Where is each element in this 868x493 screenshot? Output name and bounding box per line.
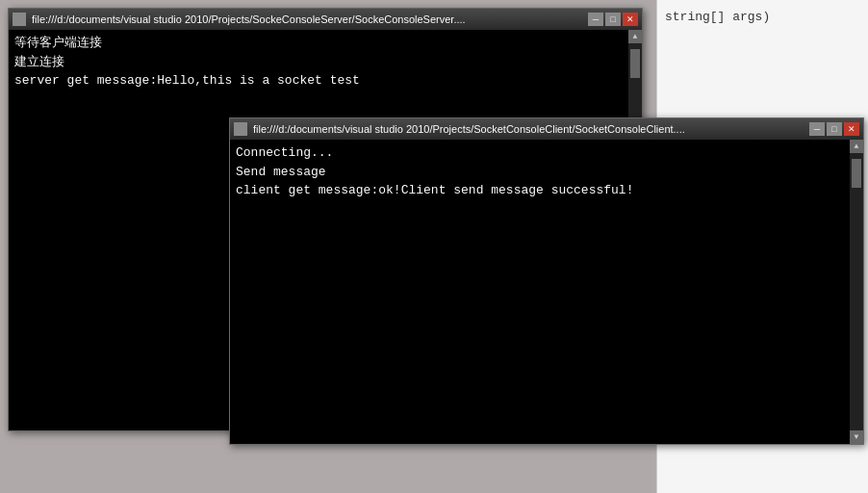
client-minimize-button[interactable]: ─ [809, 122, 825, 136]
client-console-window: file:///d:/documents/visual studio 2010/… [229, 117, 864, 445]
server-close-button[interactable]: ✕ [623, 13, 638, 26]
server-window-controls[interactable]: ─ □ ✕ [588, 13, 638, 26]
client-line-1: Connecting... [236, 143, 842, 163]
server-titlebar[interactable]: file:///d:/documents/visual studio 2010/… [9, 9, 642, 30]
server-console-text: 等待客户端连接 建立连接 server get message:Hello,th… [14, 34, 636, 91]
server-window-icon [13, 13, 26, 26]
server-line-2: 建立连接 [14, 53, 621, 72]
client-console-text: Connecting... Send message client get me… [236, 143, 857, 200]
client-scroll-thumb[interactable] [852, 159, 861, 188]
client-line-2: Send message [236, 163, 842, 182]
server-line-3: server get message:Hello,this is a socke… [14, 71, 621, 91]
server-line-1: 等待客户端连接 [14, 34, 621, 53]
client-maximize-button[interactable]: □ [827, 122, 842, 136]
code-text: string[] args) [665, 10, 770, 24]
client-title-text: file:///d:/documents/visual studio 2010/… [253, 123, 807, 135]
server-minimize-button[interactable]: ─ [588, 13, 603, 26]
client-line-3: client get message:ok!Client send messag… [236, 181, 842, 200]
client-scroll-down[interactable]: ▼ [850, 430, 863, 444]
client-scrollbar[interactable]: ▲ ▼ [850, 140, 863, 444]
server-scroll-up[interactable]: ▲ [628, 30, 642, 43]
server-title-text: file:///d:/documents/visual studio 2010/… [32, 13, 586, 25]
client-console-body: Connecting... Send message client get me… [230, 140, 863, 444]
server-maximize-button[interactable]: □ [605, 13, 621, 26]
client-scroll-track[interactable] [850, 153, 863, 430]
client-titlebar[interactable]: file:///d:/documents/visual studio 2010/… [230, 118, 863, 140]
server-scroll-thumb[interactable] [630, 49, 640, 78]
client-close-button[interactable]: ✕ [844, 122, 859, 136]
client-window-icon [234, 122, 247, 136]
client-scroll-up[interactable]: ▲ [850, 140, 863, 153]
client-window-controls[interactable]: ─ □ ✕ [809, 122, 859, 136]
